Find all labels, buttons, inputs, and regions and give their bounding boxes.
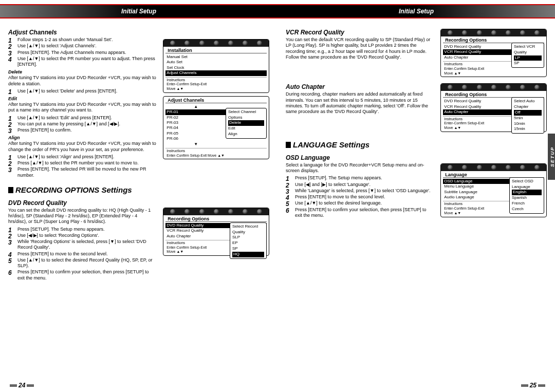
auto-chapter-body: During recording, chapter markers are ad… — [286, 91, 434, 115]
page-number-left: 24 — [8, 382, 35, 389]
osd-language-intro: Select a language for the DVD Recorder+V… — [286, 162, 434, 174]
heading-adjust-channels: Adjust Channels — [8, 29, 157, 36]
osd-adjust-popup: Select Channel Options Delete Edit Align — [226, 108, 267, 139]
osd-language-steps: Press [SETUP]. The Setup menu appears. U… — [286, 175, 434, 218]
header-bar: Initial Setup — [278, 4, 555, 18]
osd-recopts-chap: Recording Options DVD Record Quality VCR… — [440, 83, 547, 132]
osd-icon-bar — [441, 29, 546, 36]
page-number-right: 25 — [520, 382, 547, 389]
heading-recording-options: RECORDING OPTIONS Settings — [8, 185, 269, 194]
osd-icon-bar — [163, 40, 269, 47]
side-tab-setup: SETUP — [548, 134, 555, 180]
vcr-body: You can set the default VCR recording qu… — [286, 37, 434, 60]
osd-recopts-vcr: Recording Options DVD Record QualityHQ V… — [440, 29, 547, 77]
dvd-quality-steps: Press [SETUP]. The Setup menu appears. U… — [8, 227, 157, 281]
osd-language: Language OSD Language Menu Language Subt… — [440, 163, 547, 217]
delete-intro: After tuning TV stations into your DVD R… — [8, 75, 157, 87]
edit-steps: Use [▲/▼] to select 'Edit' and press [EN… — [8, 115, 157, 134]
heading-delete: Delete — [8, 69, 157, 74]
osd-recopts-dvd-popup: Select Record Quality SLP EP SP HQ — [230, 222, 267, 259]
delete-steps: Use [▲/▼] to select 'Delete' and press [… — [8, 88, 157, 94]
edit-intro: After tuning TV stations into your DVD R… — [8, 102, 157, 114]
header-bar: Initial Setup — [0, 4, 278, 18]
osd-icon-bar — [163, 208, 269, 215]
page-right: Initial Setup SETUP VCR Record Quality Y… — [278, 0, 555, 392]
align-intro: After tuning TV stations into your DVD R… — [8, 141, 157, 153]
osd-icon-bar — [441, 164, 546, 171]
heading-language-settings: LANGUAGE Settings — [286, 140, 547, 149]
align-steps: Use [▲/▼] to select 'Align' and press [E… — [8, 154, 157, 178]
header-title: Initial Setup — [278, 5, 555, 17]
osd-recopts-chap-popup: Select Auto Chapter Off 5min 10min 15min — [511, 97, 544, 134]
osd-language-popup: Select OSD Language English Spanish Fren… — [509, 177, 544, 214]
osd-recopts-vcr-popup: Select VCR Quality LP SP — [511, 43, 544, 68]
adjust-steps: Follow steps 1-2 as shown under 'Manual … — [8, 37, 157, 67]
page-spread: Initial Setup Adjust Channels Follow ste… — [0, 0, 555, 392]
heading-align: Align — [8, 135, 157, 140]
osd-recopts-dvd: Recording Options DVD Record Quality VCR… — [163, 208, 269, 256]
heading-dvd-record-quality: DVD Record Quality — [8, 199, 157, 207]
page-left: Initial Setup Adjust Channels Follow ste… — [0, 0, 278, 392]
heading-auto-chapter: Auto Chapter — [286, 83, 434, 90]
osd-icon-bar — [441, 84, 546, 91]
osd-adjust-channels: Adjust Channels ▲ PR-01 PR-02 PR-03 PR-0… — [163, 96, 269, 160]
osd-installation: Installation Manual Set Auto Set Set Clo… — [163, 39, 269, 93]
heading-edit: Edit — [8, 96, 157, 101]
header-title: Initial Setup — [0, 5, 278, 17]
dvd-quality-intro: You can set the default DVD recording qu… — [8, 208, 157, 225]
heading-osd-language: OSD Language — [286, 154, 434, 161]
heading-vcr-quality: VCR Record Quality — [286, 29, 434, 36]
